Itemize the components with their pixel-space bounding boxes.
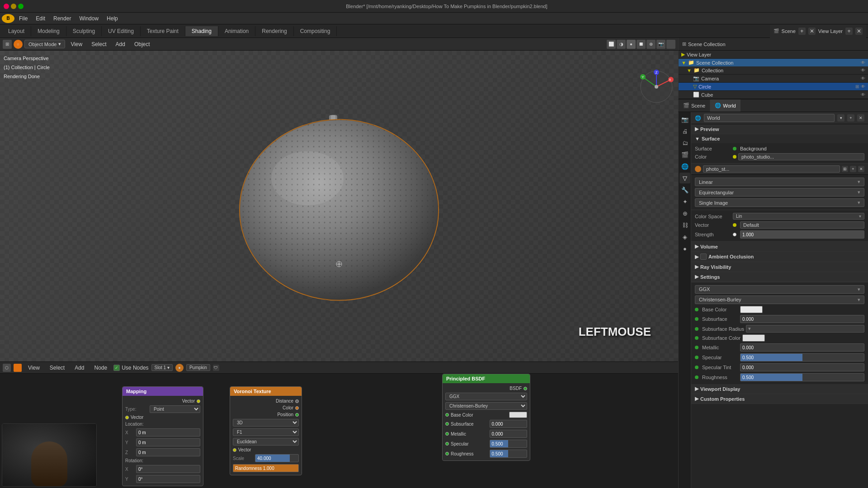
viewport-object-btn[interactable]: Object (131, 40, 154, 48)
viewport-shading-solid[interactable]: ⬜ (607, 40, 616, 49)
tab-animation[interactable]: Animation (218, 26, 255, 36)
props-icon-scene[interactable]: 🎬 (679, 149, 690, 160)
mapping-vector-input-socket[interactable] (125, 416, 129, 419)
specular-tint-input[interactable]: 0.000 (740, 363, 864, 371)
node-mapping[interactable]: Mapping Vector Type: Point (122, 386, 203, 486)
scene-delete-icon[interactable]: ✕ (808, 28, 816, 35)
voronoi-color-socket[interactable] (295, 406, 299, 410)
mapping-ry-input[interactable]: 0° (136, 475, 200, 483)
node-principled-bsdf[interactable]: Principled BSDF BSDF GGX (442, 374, 530, 461)
circle-restrict-icon[interactable]: ⊞ (855, 84, 859, 89)
principled-specular-socket[interactable] (445, 442, 449, 446)
photo-studio-btn[interactable]: photo_st... (703, 165, 840, 173)
props-icon-constraints[interactable]: ⛓ (679, 220, 690, 230)
camera-eye-icon[interactable]: 👁 (861, 76, 865, 81)
maximize-window-btn[interactable] (18, 4, 24, 9)
principled-dist-select[interactable]: GGX (445, 393, 527, 400)
subsurface-prop-input[interactable]: 0.000 (740, 315, 864, 323)
slot-dropdown[interactable]: Slot 1 ▾ (151, 364, 173, 371)
scene-coll-eye-icon[interactable]: 👁 (861, 60, 865, 65)
single-image-dropdown[interactable]: Single Image ▾ (695, 198, 864, 207)
props-icon-data[interactable]: ◈ (679, 231, 690, 242)
menu-file[interactable]: File (15, 14, 31, 23)
menu-render[interactable]: Render (50, 14, 75, 23)
scene-name[interactable]: Scene (782, 28, 796, 34)
color-space-dropdown[interactable]: Lin▾ (733, 213, 864, 220)
viewport-gizmo-icon[interactable]: ⊕ (646, 40, 656, 49)
props-icon-render[interactable]: 📷 (679, 114, 690, 125)
ray-visibility-header[interactable]: ▶ Ray Visibility (691, 262, 868, 272)
settings-header[interactable]: ▶ Settings (691, 272, 868, 282)
subsurface-method-dropdown[interactable]: Christensen-Burley▾ (695, 296, 864, 304)
props-icon-output[interactable]: 🖨 (679, 126, 690, 136)
color-texture-btn[interactable]: photo_studio... (738, 153, 864, 160)
scene-copy-icon[interactable]: + (798, 28, 806, 35)
props-icon-modifier[interactable]: 🔧 (679, 184, 690, 195)
props-icon-object[interactable]: ▽ (679, 173, 690, 183)
tab-texture-paint[interactable]: Texture Paint (141, 26, 185, 36)
roughness-prop-input[interactable]: 0.500 (740, 373, 864, 381)
principled-roughness-in-socket[interactable] (445, 452, 449, 455)
specular-prop-input[interactable]: 0.500 (740, 353, 864, 361)
node-editor-view-btn[interactable]: View (24, 364, 43, 372)
viewport-add-btn[interactable]: Add (112, 40, 129, 48)
voronoi-distance-socket[interactable] (295, 399, 299, 403)
distribution-dropdown[interactable]: GGX▾ (695, 285, 864, 294)
object-mode-dropdown[interactable]: Object Mode▾ (24, 40, 65, 48)
node-editor-select-btn[interactable]: Select (46, 364, 68, 372)
props-icon-view-layer[interactable]: 🗂 (679, 137, 690, 148)
node-editor-add-btn[interactable]: Add (71, 364, 88, 372)
material-sphere-icon[interactable]: ● (175, 364, 184, 372)
voronoi-position-socket[interactable] (295, 413, 299, 417)
principled-base-color-socket[interactable] (445, 413, 449, 417)
voronoi-vector-input-socket[interactable] (233, 448, 236, 452)
props-icon-world[interactable]: 🌐 (679, 161, 690, 172)
collection-eye-icon[interactable]: 👁 (861, 68, 865, 73)
photo-delete-btn[interactable]: ✕ (858, 166, 864, 172)
tab-uv-editing[interactable]: UV Editing (102, 26, 141, 36)
view-layer-label[interactable]: View Layer (818, 28, 843, 34)
principled-subsurface-input[interactable]: 0.000 (490, 420, 528, 428)
nav-gizmo[interactable]: X Y Z (638, 69, 675, 105)
tab-sculpting[interactable]: Sculpting (66, 26, 102, 36)
view-layer-copy-icon[interactable]: + (845, 28, 853, 35)
circle-eye-icon[interactable]: 👁 (861, 84, 865, 89)
tab-modeling[interactable]: Modeling (31, 26, 66, 36)
collection-row[interactable]: ▼ 📁 Collection 👁 (679, 66, 868, 75)
principled-specular-input[interactable]: 0.500 (490, 440, 528, 448)
mapping-vector-output-socket[interactable] (197, 399, 200, 403)
viewport-overlay-icon[interactable]: 🔲 (637, 40, 646, 49)
viewport-view-btn[interactable]: View (67, 40, 86, 48)
node-voronoi[interactable]: Voronoi Texture Distance Color Position (230, 386, 302, 475)
ambient-occlusion-header[interactable]: ▶ Ambient Occlusion (691, 252, 868, 262)
node-editor-type-icon[interactable] (14, 364, 22, 372)
principled-subsurface-in-socket[interactable] (445, 422, 449, 426)
world-new-btn[interactable]: + (847, 114, 854, 122)
node-mapping-type-select[interactable]: Point (150, 405, 200, 413)
principled-roughness-input[interactable]: 0.500 (490, 450, 528, 458)
props-icon-material[interactable]: ● (679, 243, 690, 254)
world-browse-btn[interactable]: ▾ (837, 114, 844, 122)
world-name-input[interactable]: World (704, 114, 835, 122)
voronoi-euclidean-select[interactable]: Euclidean (233, 438, 299, 446)
world-delete-btn[interactable]: ✕ (857, 114, 864, 122)
viewport-camera-icon[interactable]: 📷 (656, 40, 665, 49)
volume-header[interactable]: ▶ Volume (691, 242, 868, 251)
material-shield-icon[interactable]: 🛡 (213, 365, 219, 371)
menu-edit[interactable]: Edit (32, 14, 49, 23)
principled-base-color-swatch[interactable] (509, 412, 527, 418)
mapping-rx-input[interactable]: 0° (136, 465, 200, 473)
window-controls[interactable] (4, 4, 24, 9)
voronoi-f1-select[interactable]: F1 (233, 428, 299, 436)
strength-input[interactable]: 1.000 (740, 230, 864, 239)
linear-dropdown[interactable]: Linear ▾ (695, 178, 864, 186)
viewport-3d[interactable]: Camera Perspective (1) Collection | Circ… (0, 51, 678, 361)
tab-shading[interactable]: Shading (185, 26, 218, 36)
voronoi-randomness-input[interactable]: Randomness 1.000 (233, 464, 299, 472)
props-icon-particles[interactable]: ✦ (679, 196, 690, 207)
node-editor-node-btn[interactable]: Node (91, 364, 111, 372)
principled-metallic-socket[interactable] (445, 432, 449, 436)
object-mode-icon[interactable]: ○ (14, 40, 23, 49)
photo-copy-btn[interactable]: ⊞ (842, 166, 848, 172)
ao-checkbox[interactable] (700, 253, 707, 260)
